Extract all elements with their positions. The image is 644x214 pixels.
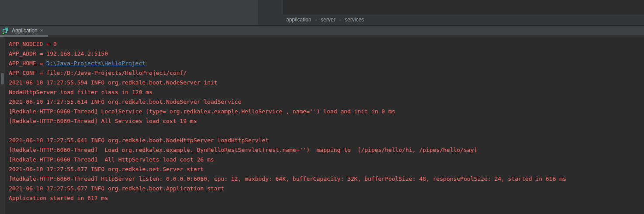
console-line: NodeHttpServer load filter class in 120 … xyxy=(9,88,644,97)
tab-application[interactable]: Application × xyxy=(0,26,47,35)
console-text: 2021-06-10 17:27:55.594 INFO org.redkale… xyxy=(9,79,217,86)
close-icon[interactable]: × xyxy=(40,28,43,33)
breadcrumb-item-application[interactable]: application xyxy=(286,17,311,23)
console-lines: APP_NODEID = 0APP_ADDR = 192.168.124.2:5… xyxy=(9,39,644,203)
console-line: [Redkale-HTTP:6060-Thread] All HttpServl… xyxy=(9,155,644,165)
console-line: 2021-06-10 17:27:55.594 INFO org.redkale… xyxy=(9,78,644,88)
console-tab-bar: Application × xyxy=(0,26,644,35)
console-text: APP_HOME = xyxy=(9,60,46,67)
console-text: 2021-06-10 17:27:55.614 INFO org.redkale… xyxy=(9,98,241,105)
console-file-link[interactable]: D:\Java-Projects\HelloProject xyxy=(46,60,145,67)
breadcrumb: application › server › services xyxy=(258,14,644,25)
console-text: APP_CONF = file:/D:/Java-Projects/HelloP… xyxy=(9,70,187,76)
console-left-gutter xyxy=(0,37,5,214)
console-text: [Redkale-HTTP:6060-Thread] HttpServer li… xyxy=(9,175,566,182)
editor-subpanel xyxy=(258,0,283,14)
console-line: [Redkale-HTTP:6060-Thread] All Services … xyxy=(9,116,644,126)
console-line xyxy=(9,126,644,136)
console-text: [Redkale-HTTP:6060-Thread] Load org.redk… xyxy=(9,147,477,153)
console-text: Application started in 617 ms xyxy=(9,195,108,201)
console-line: APP_HOME = D:\Java-Projects\HelloProject xyxy=(9,59,644,68)
console-text: 2021-06-10 17:27:55.677 INFO org.redkale… xyxy=(9,185,224,192)
console-line: APP_CONF = file:/D:/Java-Projects/HelloP… xyxy=(9,68,644,78)
console-text: APP_NODEID = 0 xyxy=(9,41,57,47)
running-indicator-dot xyxy=(2,32,5,35)
active-tab-underline xyxy=(0,35,48,37)
console-line: 2021-06-10 17:27:55.677 INFO org.redkale… xyxy=(9,184,644,193)
console-line: [Redkale-HTTP:6060-Thread] HttpServer li… xyxy=(9,174,644,184)
gutter-scroll-thumb[interactable] xyxy=(1,73,4,84)
console-text: APP_ADDR = 192.168.124.2:5150 xyxy=(9,50,108,57)
console-line: Application started in 617 ms xyxy=(9,193,644,203)
console-text: NodeHttpServer load filter class in 120 … xyxy=(9,89,152,95)
breadcrumb-item-services[interactable]: services xyxy=(345,17,364,23)
console-text: [Redkale-HTTP:6060-Thread] LocalService … xyxy=(9,108,395,115)
console-line: [Redkale-HTTP:6060-Thread] LocalService … xyxy=(9,107,644,116)
editor-top-strip xyxy=(258,0,644,14)
run-console-icon xyxy=(2,28,9,34)
editor-area: application › server › services xyxy=(258,0,644,25)
console-line: 2021-06-10 17:27:55.614 INFO org.redkale… xyxy=(9,97,644,107)
console-line: 2021-06-10 17:27:55.641 INFO org.redkale… xyxy=(9,136,644,145)
console-line: APP_ADDR = 192.168.124.2:5150 xyxy=(9,49,644,59)
console-line: 2021-06-10 17:27:55.677 INFO org.redkale… xyxy=(9,165,644,174)
console-text: 2021-06-10 17:27:55.641 INFO org.redkale… xyxy=(9,137,269,144)
breadcrumb-separator-icon: › xyxy=(315,17,317,22)
breadcrumb-item-server[interactable]: server xyxy=(321,17,335,23)
console-line: [Redkale-HTTP:6060-Thread] Load org.redk… xyxy=(9,145,644,155)
top-left-panel: application › server › services xyxy=(0,0,644,25)
console-text: [Redkale-HTTP:6060-Thread] All HttpServl… xyxy=(9,156,214,163)
console-text: [Redkale-HTTP:6060-Thread] All Services … xyxy=(9,118,197,124)
console-line: APP_NODEID = 0 xyxy=(9,39,644,49)
breadcrumb-separator-icon: › xyxy=(339,17,341,22)
console-text: 2021-06-10 17:27:55.677 INFO org.redkale… xyxy=(9,166,204,172)
tab-application-label: Application xyxy=(12,28,38,34)
console-output[interactable]: APP_NODEID = 0APP_ADDR = 192.168.124.2:5… xyxy=(0,37,644,214)
